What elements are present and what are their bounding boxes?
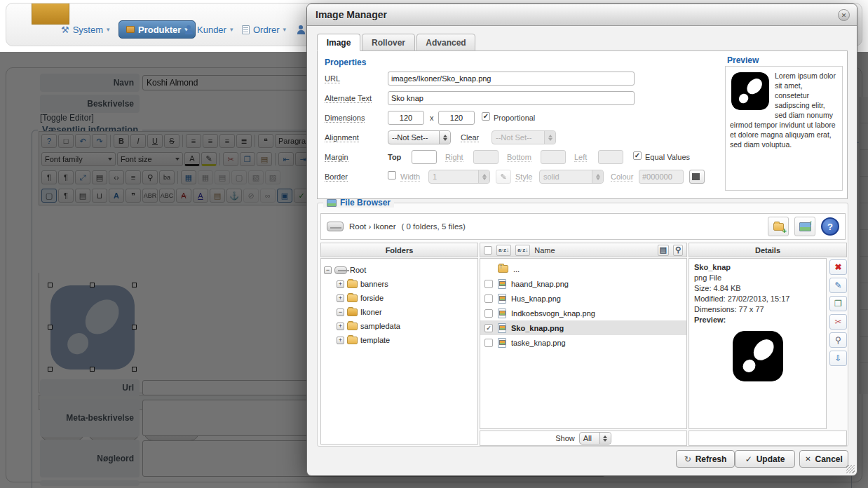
delete-table-icon[interactable]: ▦ — [198, 170, 213, 184]
page-properties-icon[interactable]: ▤ — [75, 189, 90, 203]
expand-icon[interactable]: + — [337, 280, 344, 288]
height-input[interactable] — [438, 111, 475, 125]
update-button[interactable]: ✓ Update — [735, 450, 795, 468]
copy-file-icon[interactable]: ❐ — [829, 296, 847, 311]
strikethrough-icon[interactable]: S — [164, 134, 179, 148]
file-checkbox[interactable] — [484, 309, 493, 318]
tree-item-sampledata[interactable]: + sampledata — [324, 319, 475, 333]
align-right-icon[interactable]: ≡ — [219, 134, 235, 148]
cut-icon[interactable]: ✂ — [223, 152, 238, 166]
new-document-icon[interactable]: □ — [58, 134, 74, 148]
resize-handle-nw[interactable] — [48, 283, 53, 287]
font-size-select[interactable]: Font size — [117, 152, 183, 166]
tree-item-forside[interactable]: + forside — [324, 291, 475, 305]
underline-icon[interactable]: U — [147, 134, 163, 148]
row-properties-icon[interactable]: ▤ — [215, 170, 230, 184]
rename-file-icon[interactable]: ✎ — [829, 278, 847, 293]
breadcrumb[interactable]: Root › Ikoner — [349, 222, 395, 231]
colour-picker-swatch[interactable] — [689, 170, 705, 184]
expand-icon[interactable]: + — [337, 294, 344, 302]
file-checkbox[interactable] — [484, 339, 493, 347]
align-left-icon[interactable]: ≡ — [186, 134, 201, 148]
border-width-checkbox[interactable] — [388, 171, 396, 179]
help-button[interactable]: ? — [821, 217, 839, 236]
new-folder-button[interactable]: + — [768, 217, 789, 236]
align-center-icon[interactable]: ≡ — [203, 134, 218, 148]
cut-file-icon[interactable]: ✂ — [829, 314, 847, 330]
equal-values-checkbox[interactable]: ✓ — [633, 151, 642, 160]
file-row-up[interactable]: ↑ ... — [480, 262, 686, 276]
cell-properties-icon[interactable]: ▢ — [231, 170, 247, 184]
sort-descending-icon[interactable]: a·z↓ — [515, 245, 530, 256]
file-checkbox-checked[interactable]: ✓ — [484, 324, 493, 332]
unlink-icon[interactable]: ⊘ — [243, 189, 259, 203]
tab-rollover[interactable]: Rollover — [362, 34, 415, 51]
tree-item-template[interactable]: + template — [324, 333, 475, 347]
search-icon[interactable]: ⚲ — [673, 245, 683, 256]
tree-item-banners[interactable]: + banners — [324, 277, 475, 291]
toggle-editor-link[interactable]: [Toggle Editor] — [40, 113, 94, 123]
upload-button[interactable]: ↑ — [794, 217, 815, 236]
insertion-icon[interactable]: A — [193, 189, 208, 203]
insert-table-icon[interactable]: ▦ — [181, 170, 196, 184]
styles-icon[interactable]: A — [109, 189, 124, 203]
resize-handle-sw[interactable] — [48, 367, 53, 372]
dialog-titlebar[interactable]: Image Manager — [307, 4, 857, 26]
blockquote-icon[interactable]: ❝ — [258, 134, 273, 148]
view-file-icon[interactable]: ⚲ — [829, 332, 847, 348]
show-select[interactable]: All — [579, 432, 611, 445]
insert-file-icon[interactable]: ⇩ — [829, 351, 847, 366]
alternate-text-input[interactable] — [388, 91, 635, 105]
collapse-icon[interactable]: − — [337, 309, 344, 316]
rtl-icon[interactable]: ¶ — [58, 170, 74, 184]
alignment-select[interactable]: --Not Set-- — [388, 130, 451, 144]
resize-handle-se[interactable] — [132, 367, 137, 372]
help-icon[interactable]: ? — [41, 134, 57, 148]
nav-item-system[interactable]: ⚒ System ▾ — [61, 20, 110, 39]
show-blocks-icon[interactable]: ¶ — [58, 189, 74, 203]
fullscreen-icon[interactable]: ⤢ — [75, 170, 90, 184]
outdent-icon[interactable]: ⇤ — [278, 152, 294, 166]
resize-handle-e[interactable] — [132, 325, 137, 330]
file-row-selected[interactable]: ✓ Sko_knap.png — [480, 320, 686, 335]
anchor-icon[interactable]: ⚓ — [226, 189, 242, 203]
nav-item-ordrer[interactable]: Ordrer ▾ — [242, 20, 286, 39]
close-icon[interactable]: ✕ — [838, 9, 850, 21]
file-checkbox[interactable] — [484, 294, 493, 303]
bottom-box-icon[interactable]: ⊔ — [92, 189, 107, 203]
footprint-image-selected[interactable] — [50, 285, 135, 370]
resize-handle-n[interactable] — [90, 283, 95, 287]
expand-icon[interactable]: + — [337, 323, 344, 330]
preview-icon[interactable]: ▤ — [92, 170, 107, 184]
abbreviation-icon[interactable]: ABR — [142, 189, 158, 203]
find-icon[interactable]: ⚲ — [142, 170, 158, 184]
resize-handle-s[interactable] — [90, 367, 95, 372]
insert-row-icon[interactable]: ▧ — [248, 170, 264, 184]
nav-item-kunder[interactable]: Kunder ▾ — [184, 20, 233, 39]
copy-icon[interactable]: ❐ — [240, 152, 255, 166]
expand-icon[interactable]: + — [337, 337, 344, 344]
proportional-checkbox[interactable]: ✓ — [482, 112, 490, 121]
insert-image-icon[interactable]: ▣ — [277, 189, 292, 203]
note-icon[interactable]: ▤ — [210, 189, 225, 203]
resize-handle-ne[interactable] — [132, 283, 137, 287]
align-justify-icon[interactable]: ≣ — [236, 134, 252, 148]
bold-icon[interactable]: B — [114, 134, 129, 148]
cancel-button[interactable]: ✕ Cancel — [799, 450, 848, 468]
collapse-icon[interactable]: − — [324, 266, 332, 274]
highlight-color-icon[interactable]: ✎ — [201, 152, 217, 166]
file-row[interactable]: taske_knap.png — [480, 335, 686, 350]
file-row[interactable]: Indkoebsvogn_knap.png — [480, 306, 686, 320]
acronym-icon[interactable]: ABC — [159, 189, 175, 203]
editor-content-area[interactable] — [39, 273, 313, 393]
italic-icon[interactable]: I — [130, 134, 146, 148]
quotes-icon[interactable]: ❞ — [126, 189, 141, 203]
file-row[interactable]: haand_knap.png — [480, 276, 686, 291]
font-family-select[interactable]: Font family — [41, 152, 116, 166]
file-row[interactable]: Hus_knap.png — [480, 291, 686, 306]
source-code-icon[interactable]: ‹› — [109, 170, 124, 184]
margin-top-input[interactable] — [412, 150, 437, 164]
delete-row-icon[interactable]: ▨ — [265, 170, 280, 184]
print-icon[interactable]: ≡ — [126, 170, 141, 184]
text-color-icon[interactable]: A — [184, 152, 200, 166]
